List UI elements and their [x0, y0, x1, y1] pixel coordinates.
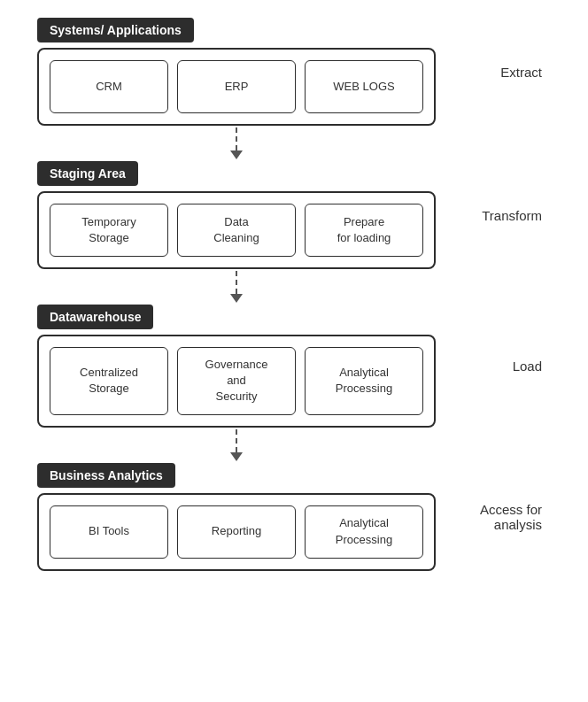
arrow2-line — [236, 271, 237, 294]
arrow1-container — [37, 127, 551, 159]
extract-label: Extract — [436, 65, 551, 80]
arrow1-head — [230, 150, 243, 159]
business-analytics-header: Business Analytics — [37, 463, 175, 488]
centralized-storage-item: Centralized Storage — [50, 347, 168, 415]
datawarehouse-row: Datawarehouse Centralized Storage Govern… — [37, 305, 551, 428]
erp-item: ERP — [177, 60, 296, 113]
business-analytics-row: Business Analytics BI Tools Reporting An… — [37, 463, 551, 571]
arrow3-spacer — [436, 429, 551, 461]
arrow3-line — [236, 429, 237, 452]
systems-row: Systems/ Applications CRM ERP WEB LOGS E… — [37, 18, 551, 126]
staging-section: Staging Area Temporary Storage Data Clea… — [37, 161, 436, 269]
prepare-loading-item: Prepare for loading — [305, 204, 423, 257]
diagram-container: Systems/ Applications CRM ERP WEB LOGS E… — [37, 18, 551, 571]
analytical-processing-item: Analytical Processing — [305, 347, 423, 415]
load-label: Load — [436, 359, 551, 374]
arrow2-head — [230, 294, 243, 303]
crm-item: CRM — [50, 60, 168, 113]
arrow1-wrapper — [37, 127, 436, 159]
staging-row: Staging Area Temporary Storage Data Clea… — [37, 161, 551, 269]
arrow3 — [230, 429, 243, 461]
datawarehouse-header: Datawarehouse — [37, 305, 153, 329]
systems-section: Systems/ Applications CRM ERP WEB LOGS — [37, 18, 436, 126]
arrow2-container — [37, 271, 551, 303]
arrow3-container — [37, 429, 551, 461]
business-analytics-section: Business Analytics BI Tools Reporting An… — [37, 463, 436, 571]
bi-tools-item: BI Tools — [50, 505, 168, 559]
business-analytics-box: BI Tools Reporting Analytical Processing — [37, 493, 436, 571]
temp-storage-item: Temporary Storage — [50, 204, 168, 257]
transform-label: Transform — [436, 208, 551, 223]
systems-header: Systems/ Applications — [37, 18, 194, 42]
arrow1 — [230, 127, 243, 159]
arrow2-wrapper — [37, 271, 436, 303]
arrow3-wrapper — [37, 429, 436, 461]
access-analysis-label: Access for analysis — [436, 502, 551, 532]
systems-box: CRM ERP WEB LOGS — [37, 48, 436, 126]
data-cleaning-item: Data Cleaning — [177, 204, 296, 257]
staging-box: Temporary Storage Data Cleaning Prepare … — [37, 191, 436, 269]
arrow3-head — [230, 452, 243, 461]
reporting-item: Reporting — [177, 505, 296, 559]
datawarehouse-section: Datawarehouse Centralized Storage Govern… — [37, 305, 436, 428]
arrow1-line — [236, 127, 237, 150]
staging-header: Staging Area — [37, 161, 138, 186]
weblogs-item: WEB LOGS — [305, 60, 423, 113]
arrow1-spacer — [436, 127, 551, 159]
arrow2-spacer — [436, 271, 551, 303]
analytical-processing-item2: Analytical Processing — [305, 505, 423, 559]
governance-security-item: Governance and Security — [177, 347, 296, 415]
datawarehouse-box: Centralized Storage Governance and Secur… — [37, 335, 436, 428]
arrow2 — [230, 271, 243, 303]
